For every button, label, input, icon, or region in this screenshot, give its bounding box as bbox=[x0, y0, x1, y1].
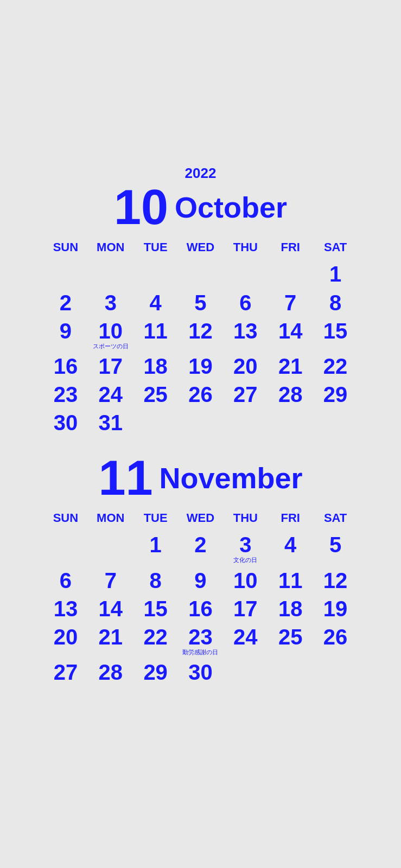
table-row: 9 bbox=[178, 566, 223, 595]
day-number: 15 bbox=[323, 319, 348, 343]
table-row: 0 bbox=[88, 260, 133, 289]
day-number: 17 bbox=[99, 354, 123, 378]
oct-header-wed: WED bbox=[178, 238, 223, 257]
day-number: 8 bbox=[150, 569, 162, 592]
table-row: 18 bbox=[133, 352, 178, 380]
table-row: 26 bbox=[313, 623, 358, 658]
day-number: 0 bbox=[284, 262, 296, 286]
day-number: 21 bbox=[278, 354, 303, 378]
table-row: 27 bbox=[223, 380, 268, 409]
day-number: 14 bbox=[278, 319, 303, 343]
calendar-container: 2022 10 October SUN MON TUE WED THU FRI … bbox=[0, 143, 401, 725]
table-row: 25 bbox=[133, 380, 178, 409]
table-row: 0 bbox=[43, 531, 88, 566]
table-row: 1 bbox=[133, 531, 178, 566]
october-year: 2022 bbox=[43, 165, 358, 182]
day-number: 18 bbox=[278, 597, 303, 621]
table-row: 31 bbox=[88, 409, 133, 437]
day-number: 19 bbox=[188, 354, 213, 378]
november-name: November bbox=[160, 463, 303, 493]
november-title: 11 November bbox=[43, 454, 358, 502]
day-number: 6 bbox=[60, 569, 72, 592]
day-number: 11 bbox=[143, 319, 168, 343]
table-row: 28 bbox=[88, 658, 133, 687]
day-number: 0 bbox=[284, 411, 296, 435]
day-number: 16 bbox=[54, 354, 78, 378]
day-number: 0 bbox=[150, 411, 162, 435]
day-number: 3 bbox=[105, 291, 117, 315]
day-number: 28 bbox=[99, 660, 123, 684]
day-number: 2 bbox=[194, 533, 206, 557]
day-number: 2 bbox=[60, 291, 72, 315]
table-row: 0 bbox=[268, 409, 313, 437]
day-number: 29 bbox=[143, 660, 168, 684]
table-row: 8 bbox=[133, 566, 178, 595]
day-number: 24 bbox=[99, 382, 123, 406]
table-row: 4 bbox=[133, 289, 178, 317]
nov-header-fri: FRI bbox=[268, 509, 313, 527]
table-row: 2 bbox=[43, 289, 88, 317]
day-number: 24 bbox=[233, 625, 258, 649]
table-row: 0 bbox=[313, 658, 358, 687]
november-grid: SUN MON TUE WED THU FRI SAT 00123文化の日456… bbox=[43, 509, 358, 686]
day-number: 13 bbox=[54, 597, 78, 621]
day-number: 16 bbox=[188, 597, 213, 621]
day-number: 10 bbox=[99, 319, 123, 343]
day-number: 25 bbox=[143, 382, 168, 406]
day-number: 0 bbox=[329, 660, 341, 685]
table-row: 0 bbox=[223, 260, 268, 289]
day-number: 26 bbox=[188, 382, 213, 406]
day-number: 10 bbox=[233, 569, 258, 592]
table-row: 0 bbox=[178, 260, 223, 289]
table-row: 18 bbox=[268, 595, 313, 623]
day-number: 0 bbox=[105, 533, 117, 557]
table-row: 3 bbox=[88, 289, 133, 317]
day-number: 27 bbox=[233, 382, 258, 406]
table-row: 29 bbox=[313, 380, 358, 409]
november-days: 00123文化の日4567891011121314151617181920212… bbox=[43, 531, 358, 686]
table-row: 24 bbox=[223, 623, 268, 658]
table-row: 5 bbox=[178, 289, 223, 317]
table-row: 1 bbox=[313, 260, 358, 289]
day-number: 0 bbox=[239, 660, 251, 685]
table-row: 10スポーツの日 bbox=[88, 317, 133, 352]
nov-header-tue: TUE bbox=[133, 509, 178, 527]
day-number: 9 bbox=[194, 569, 206, 592]
day-number: 20 bbox=[54, 625, 78, 649]
table-row: 0 bbox=[268, 658, 313, 687]
table-row: 4 bbox=[268, 531, 313, 566]
table-row: 0 bbox=[178, 409, 223, 437]
table-row: 19 bbox=[313, 595, 358, 623]
table-row: 30 bbox=[178, 658, 223, 687]
day-number: 21 bbox=[99, 625, 123, 649]
table-row: 0 bbox=[43, 260, 88, 289]
table-row: 6 bbox=[43, 566, 88, 595]
table-row: 7 bbox=[88, 566, 133, 595]
table-row: 0 bbox=[133, 260, 178, 289]
table-row: 29 bbox=[133, 658, 178, 687]
oct-header-sat: SAT bbox=[313, 238, 358, 257]
october-grid: SUN MON TUE WED THU FRI SAT 000000123456… bbox=[43, 238, 358, 437]
day-number: 22 bbox=[143, 625, 168, 649]
nov-header-wed: WED bbox=[178, 509, 223, 527]
day-number: 0 bbox=[194, 411, 206, 435]
day-number: 19 bbox=[323, 597, 348, 621]
day-number: 15 bbox=[143, 597, 168, 621]
day-number: 20 bbox=[233, 354, 258, 378]
table-row: 6 bbox=[223, 289, 268, 317]
table-row: 22 bbox=[313, 352, 358, 380]
table-row: 0 bbox=[88, 531, 133, 566]
table-row: 8 bbox=[313, 289, 358, 317]
day-number: 25 bbox=[278, 625, 303, 649]
november-header: 11 November bbox=[43, 454, 358, 502]
day-number: 22 bbox=[323, 354, 348, 378]
day-number: 28 bbox=[278, 382, 303, 406]
october-name: October bbox=[175, 193, 287, 222]
table-row: 15 bbox=[133, 595, 178, 623]
day-number: 1 bbox=[150, 533, 162, 557]
table-row: 11 bbox=[133, 317, 178, 352]
table-row: 0 bbox=[223, 658, 268, 687]
table-row: 17 bbox=[223, 595, 268, 623]
table-row: 17 bbox=[88, 352, 133, 380]
day-number: 31 bbox=[99, 411, 123, 435]
